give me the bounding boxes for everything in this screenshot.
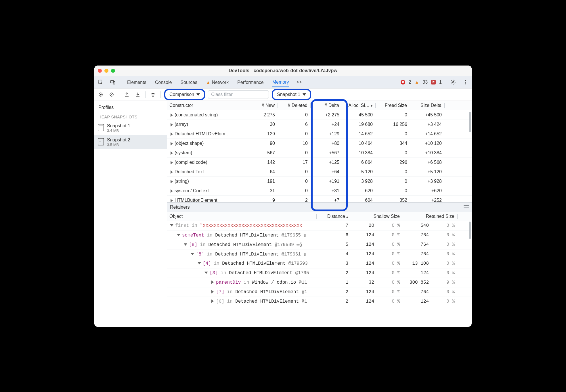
retainer-row[interactable]: first in "xxxxxxxxxxxxxxxxxxxxxxxxxxxxxx… <box>167 221 472 230</box>
tab-memory[interactable]: Memory <box>272 77 290 87</box>
expand-icon[interactable] <box>171 170 173 174</box>
cell-size-delta: +252 <box>410 198 445 202</box>
col-new[interactable]: # New <box>246 103 278 108</box>
table-row[interactable]: (string)1910+1913 9280+3 928 <box>167 177 472 186</box>
table-row[interactable]: Detached Text640+645 1200+5 120 <box>167 167 472 177</box>
retainer-shallow-pct: 0 % <box>377 251 403 257</box>
cell-new: 30 <box>246 122 278 127</box>
warning-icon[interactable]: ▲ <box>414 80 419 85</box>
retainer-row[interactable]: [8] in Detached HTMLDivElement @179661 ▯… <box>167 249 472 259</box>
col-constructor[interactable]: Constructor <box>167 103 246 108</box>
overflow-tabs[interactable]: >> <box>296 80 302 85</box>
retainer-row[interactable]: parentDiv in Window / cdpn.io @111320 %3… <box>167 278 472 287</box>
collapse-icon[interactable] <box>198 262 201 264</box>
retainer-prop: [8] <box>196 252 204 257</box>
export-icon[interactable] <box>123 91 131 99</box>
expand-icon[interactable] <box>211 290 214 293</box>
rcol-object[interactable]: Object <box>167 214 317 219</box>
expand-icon[interactable] <box>171 132 173 136</box>
snapshot-name: Snapshot 2 <box>107 137 130 143</box>
retainers-table-body[interactable]: first in "xxxxxxxxxxxxxxxxxxxxxxxxxxxxxx… <box>167 221 472 306</box>
tab-sources[interactable]: Sources <box>180 77 198 87</box>
cell-new: 191 <box>246 179 278 184</box>
table-row[interactable]: Detached HTMLDivElem…1290+12914 6520+14 … <box>167 129 472 139</box>
retainer-row[interactable]: [8] in Detached HTMLDivElement @179589 ▭… <box>167 240 472 249</box>
collapse-icon[interactable] <box>204 272 208 274</box>
expand-icon[interactable] <box>171 114 173 117</box>
snapshot-item[interactable]: Snapshot 13.4 MB <box>94 121 167 135</box>
tab-network[interactable]: ▲ Network <box>205 77 229 87</box>
expand-icon[interactable] <box>171 199 173 202</box>
tab-elements[interactable]: Elements <box>127 77 147 87</box>
table-row[interactable]: system / Context310+316200+620 <box>167 186 472 196</box>
scrollbar-thumb[interactable] <box>469 112 471 132</box>
tab-performance[interactable]: Performance <box>237 77 264 87</box>
col-freed-size[interactable]: Freed Size <box>376 103 410 108</box>
retainer-row[interactable]: [3] in Detached HTMLDivElement @17952124… <box>167 268 472 278</box>
expand-icon[interactable] <box>171 189 173 193</box>
table-row[interactable]: (compiled code)14217+1256 864296+6 568 <box>167 158 472 167</box>
expand-icon[interactable] <box>211 280 214 284</box>
retainer-retained-pct: 0 % <box>432 299 458 304</box>
table-row[interactable]: HTMLButtonElement92+7604352+252 <box>167 196 472 202</box>
expand-icon[interactable] <box>171 123 173 126</box>
retainer-row[interactable]: [6] in Detached HTMLDivElement @121240 %… <box>167 297 472 306</box>
retainer-retained: 764 <box>403 289 432 295</box>
comparison-table-header: Constructor # New # Deleted # Delta Allo… <box>167 101 472 110</box>
rcol-retained[interactable]: Retained Size <box>403 214 458 219</box>
table-row[interactable]: (concatenated string)2 2750+2 27545 5000… <box>167 110 472 120</box>
record-icon[interactable] <box>97 91 105 99</box>
collapse-icon[interactable] <box>170 224 173 226</box>
expand-icon[interactable] <box>171 142 173 145</box>
retainer-row[interactable]: someText in Detached HTMLDivElement @179… <box>167 230 472 240</box>
warning-count: 33 <box>422 80 428 85</box>
col-delta[interactable]: # Delta <box>311 103 342 108</box>
expand-icon[interactable] <box>171 151 173 155</box>
expand-icon[interactable] <box>171 161 173 164</box>
import-icon[interactable] <box>134 91 142 99</box>
close-window-icon[interactable] <box>98 69 102 73</box>
compare-against-select[interactable]: Snapshot 1 <box>272 89 311 100</box>
retainer-row[interactable]: [4] in Detached HTMLDivElement @17959331… <box>167 259 472 268</box>
col-deleted[interactable]: # Deleted <box>278 103 311 108</box>
retainer-row[interactable]: [7] in Detached HTMLDivElement @121240 %… <box>167 287 472 297</box>
cell-delta: +31 <box>311 188 342 193</box>
col-size-delta[interactable]: Size Delta <box>410 103 445 108</box>
cell-new: 64 <box>246 169 278 174</box>
retainers-menu-icon[interactable] <box>464 205 469 209</box>
constructor-name: (string) <box>175 179 189 184</box>
gc-icon[interactable] <box>149 91 157 99</box>
rcol-distance[interactable]: Distance <box>317 214 351 219</box>
fullscreen-window-icon[interactable] <box>111 69 115 73</box>
snapshot-item[interactable]: Snapshot 23.5 MB <box>94 135 167 149</box>
expand-icon[interactable] <box>171 180 173 183</box>
settings-gear-icon[interactable] <box>450 79 457 86</box>
retainer-retained: 300 852 <box>403 280 432 285</box>
inspect-element-icon[interactable] <box>97 79 104 86</box>
table-row[interactable]: (object shape)9010+8010 464344+10 120 <box>167 139 472 148</box>
issues-icon[interactable]: ⚑ <box>431 80 436 84</box>
rcol-shallow[interactable]: Shallow Size <box>351 214 403 219</box>
retainer-shallow: 32 <box>351 280 377 285</box>
class-filter-input[interactable]: Class filter <box>208 90 269 99</box>
minimize-window-icon[interactable] <box>104 69 108 73</box>
collapse-icon[interactable] <box>184 243 187 246</box>
col-alloc-size[interactable]: Alloc. Si… <box>342 103 376 108</box>
scrollbar-thumb[interactable] <box>469 222 471 239</box>
cell-delta: +2 275 <box>311 112 342 118</box>
expand-icon[interactable] <box>211 299 214 303</box>
clear-icon[interactable] <box>108 91 116 99</box>
retainer-distance: 1 <box>317 280 351 285</box>
table-row[interactable]: (array)306+2419 68016 256+3 424 <box>167 120 472 129</box>
collapse-icon[interactable] <box>177 234 180 236</box>
error-icon[interactable]: ✕ <box>401 80 405 84</box>
device-toolbar-icon[interactable] <box>109 79 116 86</box>
kebab-menu-icon[interactable] <box>462 79 469 86</box>
tab-console[interactable]: Console <box>154 77 173 87</box>
cell-delta: +64 <box>311 169 342 174</box>
retainer-retained-pct: 0 % <box>432 270 458 276</box>
view-mode-select[interactable]: Comparison <box>164 89 205 100</box>
collapse-icon[interactable] <box>191 253 194 255</box>
table-row[interactable]: (system)5670+56710 3840+10 384 <box>167 148 472 158</box>
comparison-table-body[interactable]: (concatenated string)2 2750+2 27545 5000… <box>167 110 472 202</box>
